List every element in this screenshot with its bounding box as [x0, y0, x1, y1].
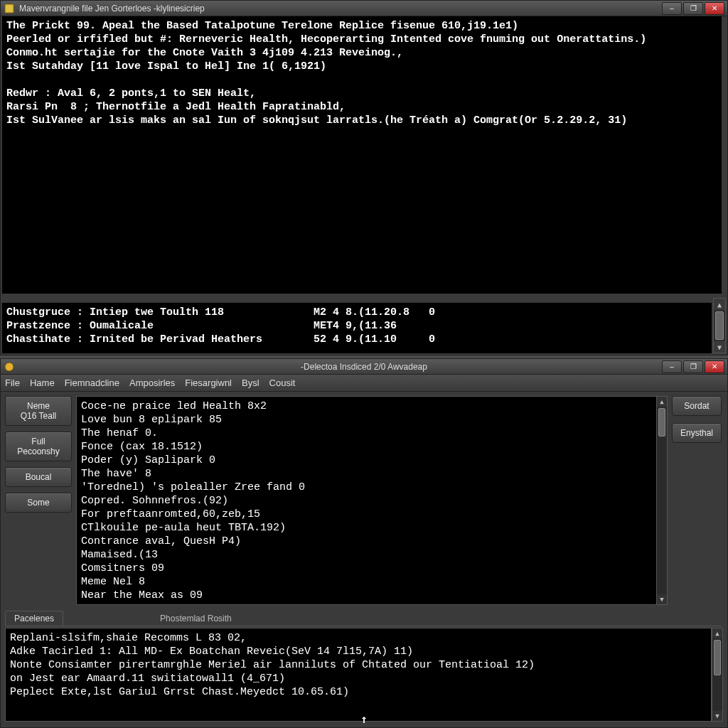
bottom-window-controls: – ❐ ✕ — [660, 360, 724, 373]
maximize-button[interactable]: ❐ — [683, 360, 703, 373]
top-window-title: Mavenvrangnile file Jen Gorterloes -klyl… — [19, 4, 205, 14]
scroll-thumb[interactable] — [715, 311, 724, 340]
scroll-track[interactable] — [714, 310, 725, 341]
bottom-log-output: Replani-slsifm,shaie Recomms L 83 02, Ad… — [5, 628, 712, 722]
cursor-up-icon: ↑ — [360, 712, 368, 726]
bottom-titlebar[interactable]: -Delectoa Insdiced 2/0 Awvadeap – ❐ ✕ — [1, 359, 727, 375]
tab-secondary[interactable]: Phostemlad Rosith — [151, 611, 240, 626]
scroll-down-icon[interactable]: ▼ — [712, 711, 722, 721]
scroll-down-icon[interactable]: ▼ — [657, 594, 667, 604]
bottom-app-window: -Delectoa Insdiced 2/0 Awvadeap – ❐ ✕ Fi… — [0, 358, 728, 728]
svg-point-1 — [5, 363, 14, 371]
menu-item-fiesargiwnl[interactable]: Fiesargiwnl — [185, 378, 232, 388]
minimize-button[interactable]: – — [662, 2, 682, 15]
left-button-some[interactable]: Some — [5, 493, 72, 513]
tab-primary[interactable]: Pacelenes — [5, 611, 63, 626]
close-button[interactable]: ✕ — [705, 2, 724, 15]
menu-item-amposirles[interactable]: Amposirles — [129, 378, 175, 388]
left-button-neme[interactable]: NemeQ16 Teall — [5, 396, 72, 426]
right-button-enysthal[interactable]: Enysthal — [672, 423, 722, 443]
bottom-log-scrollbar[interactable]: ▲ ▼ — [712, 628, 723, 722]
scroll-up-icon[interactable]: ▲ — [714, 299, 725, 310]
menubar: FileHameFiemnadclineAmposirlesFiesargiwn… — [1, 375, 727, 392]
maximize-button[interactable]: ❐ — [683, 2, 703, 15]
top-terminal-output: The Prickt 99. Apeal the Based Tatalpotu… — [2, 16, 722, 294]
top-console-window: Mavenvrangnile file Jen Gorterloes -klyl… — [0, 0, 728, 355]
scroll-thumb[interactable] — [658, 408, 665, 437]
left-button-boucal[interactable]: Boucal — [5, 467, 72, 487]
bottom-terminal-output: Coce-ne praice led Health 8x2 Love bun 8… — [76, 396, 658, 605]
bottom-body: NemeQ16 TeallFullPecoonshyBoucalSome Coc… — [1, 392, 727, 727]
left-button-column: NemeQ16 TeallFullPecoonshyBoucalSome — [5, 396, 72, 513]
right-button-sordat[interactable]: Sordat — [672, 396, 722, 416]
menu-item-cousit[interactable]: Cousit — [269, 378, 296, 388]
scroll-track[interactable] — [712, 638, 722, 711]
scroll-down-icon[interactable]: ▼ — [714, 341, 725, 353]
menu-item-file[interactable]: File — [5, 378, 20, 388]
minimize-button[interactable]: – — [662, 360, 682, 373]
svg-rect-0 — [5, 4, 14, 13]
tab-bar: Pacelenes Phostemlad Rosith — [5, 611, 722, 626]
bottom-terminal-scrollbar[interactable]: ▲ ▼ — [656, 396, 668, 605]
menu-item-hame[interactable]: Hame — [30, 378, 55, 388]
scroll-up-icon[interactable]: ▲ — [712, 628, 722, 638]
top-status-scrollbar[interactable]: ▲ ▼ — [713, 298, 726, 353]
menu-item-bysl[interactable]: Bysl — [242, 378, 259, 388]
left-button-full[interactable]: FullPecoonshy — [5, 432, 72, 461]
top-terminal-status: Chustgruce : Intiep twe Toulth 118 M2 4 … — [2, 302, 712, 353]
close-button[interactable]: ✕ — [705, 360, 724, 373]
scroll-up-icon[interactable]: ▲ — [657, 397, 667, 407]
top-titlebar[interactable]: Mavenvrangnile file Jen Gorterloes -klyl… — [1, 1, 727, 16]
app-icon — [4, 361, 15, 373]
scroll-thumb[interactable] — [714, 640, 721, 675]
right-button-column: SordatEnysthal — [672, 396, 722, 443]
app-icon — [4, 3, 15, 14]
menu-item-fiemnadcline[interactable]: Fiemnadcline — [65, 378, 119, 388]
top-window-controls: – ❐ ✕ — [660, 2, 724, 15]
bottom-window-title: -Delectoa Insdiced 2/0 Awvadeap — [301, 362, 427, 372]
scroll-track[interactable] — [657, 407, 667, 594]
